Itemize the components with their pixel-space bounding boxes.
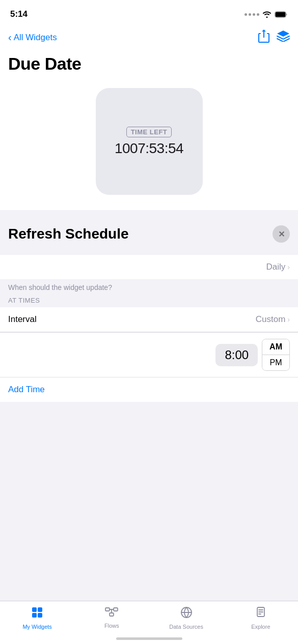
tab-data-sources[interactable]: Data Sources (169, 606, 204, 630)
interval-value: Custom › (256, 314, 290, 325)
back-label: All Widgets (14, 33, 57, 43)
svg-rect-8 (110, 613, 114, 616)
tab-explore[interactable]: Explore (243, 606, 279, 630)
my-widgets-tab-label: My Widgets (22, 624, 51, 630)
refresh-schedule-title: Refresh Schedule (8, 226, 129, 242)
tab-flows[interactable]: Flows (94, 606, 129, 629)
interval-chevron-icon: › (287, 315, 290, 324)
close-button[interactable]: ✕ (273, 225, 290, 243)
interval-value-text: Custom (256, 314, 286, 325)
daily-chevron-icon: › (287, 263, 290, 271)
daily-label: Daily (266, 262, 286, 272)
nav-actions (258, 30, 290, 46)
flows-tab-label: Flows (104, 623, 119, 629)
status-time: 5:14 (10, 9, 28, 19)
explore-tab-label: Explore (251, 624, 270, 630)
my-widgets-icon (31, 606, 43, 622)
tab-my-widgets[interactable]: My Widgets (19, 606, 55, 630)
data-sources-icon (180, 606, 193, 622)
helper-text: When should the widget update? (0, 279, 298, 294)
wifi-icon (262, 11, 272, 18)
nav-bar: ‹ All Widgets (0, 25, 298, 52)
home-indicator (116, 637, 182, 640)
section-gap (0, 210, 298, 215)
svg-rect-4 (32, 613, 37, 618)
layers-icon[interactable] (277, 31, 290, 45)
status-bar: 5:14 (0, 0, 298, 25)
time-picker-row: 8:00 AM PM (0, 332, 298, 377)
interval-row[interactable]: Interval Custom › (0, 307, 298, 332)
explore-icon (255, 606, 267, 622)
at-times-label: AT TIMES (0, 294, 298, 307)
share-icon[interactable] (258, 30, 269, 46)
svg-rect-5 (38, 613, 42, 618)
widget-time-left-label: TIME LEFT (126, 127, 172, 137)
status-icons (245, 11, 288, 18)
empty-area (0, 402, 298, 443)
svg-rect-1 (276, 12, 286, 17)
am-pm-group: AM PM (262, 339, 290, 371)
daily-row-block: Daily › (0, 255, 298, 279)
data-sources-tab-label: Data Sources (169, 624, 203, 630)
battery-icon (275, 11, 288, 18)
back-button[interactable]: ‹ All Widgets (8, 32, 57, 43)
signal-icon (245, 13, 259, 16)
widget-card: TIME LEFT 1007:53:54 (96, 88, 203, 195)
svg-rect-7 (114, 608, 118, 611)
svg-rect-3 (38, 607, 42, 612)
spacer-bottom (0, 443, 298, 504)
add-time-label: Add Time (8, 385, 45, 394)
widget-preview-section: TIME LEFT 1007:53:54 (0, 83, 298, 210)
am-button[interactable]: AM (262, 339, 289, 355)
widget-time-value: 1007:53:54 (115, 140, 183, 157)
flows-icon (105, 606, 118, 621)
refresh-schedule-header: Refresh Schedule ✕ (0, 215, 298, 251)
daily-row[interactable]: Daily › (0, 255, 298, 279)
back-chevron-icon: ‹ (8, 32, 12, 43)
daily-row-value: Daily › (266, 262, 290, 272)
content-section: Daily › When should the widget update? A… (0, 251, 298, 504)
pm-button[interactable]: PM (262, 355, 289, 370)
interval-block: Interval Custom › 8:00 AM PM Add Time (0, 307, 298, 402)
page-title: Due Date (8, 54, 290, 74)
page-title-section: Due Date (0, 52, 298, 83)
add-time-row[interactable]: Add Time (0, 377, 298, 402)
svg-rect-6 (105, 608, 110, 611)
svg-rect-2 (32, 607, 37, 612)
time-display[interactable]: 8:00 (215, 344, 258, 366)
interval-label: Interval (8, 314, 37, 325)
